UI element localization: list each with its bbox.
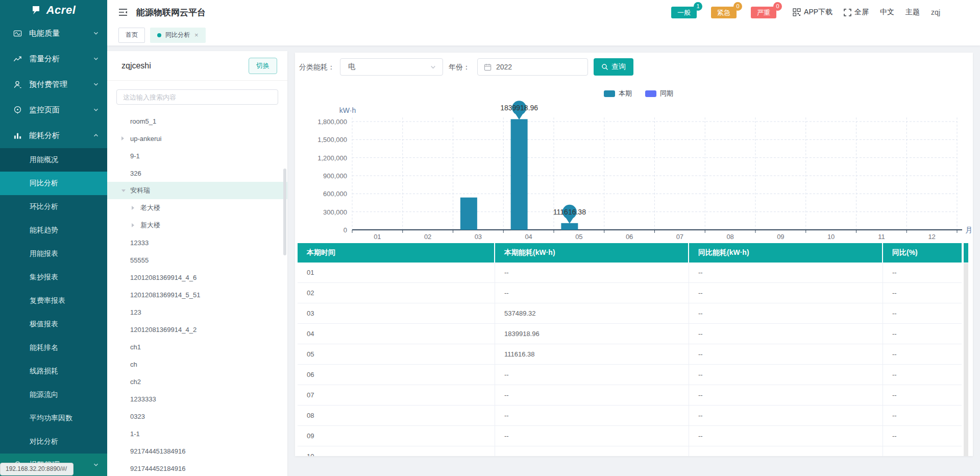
table-cell: 08 (298, 406, 495, 425)
sidebar-item-monitor-pages[interactable]: 监控页面 (0, 97, 107, 123)
table-row: 06------ (298, 365, 962, 385)
sidebar-item-meter-reading-report[interactable]: 集抄报表 (0, 266, 107, 289)
sidebar-item-mom-analysis[interactable]: 环比分析 (0, 195, 107, 219)
chart-legend: 本期同期 (604, 89, 673, 98)
year-picker[interactable]: 2022 (477, 58, 588, 76)
chevron-down-icon (93, 462, 99, 468)
table-scrollbar-cap (964, 243, 968, 263)
tree-item[interactable]: 921744451384916 (107, 442, 287, 460)
column-header: 同比能耗(kW·h) (689, 243, 883, 263)
sidebar-item-extreme-report[interactable]: 极值报表 (0, 313, 107, 336)
table-body: 01------02------03537489.32----041839918… (298, 263, 962, 456)
legend-item[interactable]: 同期 (645, 89, 673, 98)
search-input[interactable] (116, 89, 278, 105)
tab-yoy-analysis[interactable]: 同比分析× (150, 28, 206, 43)
energy-type-value: 电 (348, 62, 355, 72)
sidebar-item-avg-power-factor[interactable]: 平均功率因数 (0, 407, 107, 430)
table-scrollbar[interactable] (964, 263, 968, 456)
sidebar-item-energy-flow[interactable]: 能源流向 (0, 383, 107, 407)
tree-item[interactable]: ch2 (107, 373, 287, 390)
tree-item[interactable]: 安科瑞 (107, 182, 287, 199)
caret-right-icon[interactable] (121, 136, 130, 140)
page-title: 能源物联网云平台 (136, 7, 206, 18)
tree-item[interactable]: ch1 (107, 338, 287, 355)
tree-item[interactable]: room5_1 (107, 112, 287, 130)
tree-item[interactable]: 12333 (107, 234, 287, 251)
sidebar-item-energy-trend[interactable]: 能耗趋势 (0, 219, 107, 242)
category-label: 分类能耗： (299, 63, 335, 72)
tree-scrollbar[interactable] (283, 169, 286, 255)
badge-count: 0 (733, 2, 742, 11)
fullscreen-button[interactable]: 全屏 (844, 8, 869, 17)
table-cell: -- (883, 426, 962, 446)
tree-item[interactable]: 326 (107, 164, 287, 182)
tree-item[interactable]: ch (107, 355, 287, 373)
sidebar-item-energy-overview[interactable]: 用能概况 (0, 148, 107, 172)
caret-right-icon[interactable] (132, 206, 140, 210)
sidebar-menu: 电能质量需量分析预付费管理监控页面能耗分析用能概况同比分析环比分析能耗趋势用能报… (0, 20, 107, 476)
tree-item[interactable]: 老大楼 (107, 199, 287, 217)
app-root: Acrel 电能质量需量分析预付费管理监控页面能耗分析用能概况同比分析环比分析能… (0, 0, 980, 476)
close-icon[interactable]: × (194, 31, 199, 39)
device-panel-header: zqjceshi 切换 (107, 51, 287, 81)
badge-count: 1 (694, 2, 702, 11)
alarm-badge-2[interactable]: 严重0 (751, 7, 776, 18)
tree-item[interactable]: 1233333 (107, 390, 287, 408)
tree-item[interactable]: 12012081369914_4_6 (107, 269, 287, 286)
device-panel: zqjceshi 切换 room5_1up-ankerui9-1326安科瑞老大… (107, 51, 287, 476)
sidebar-item-energy-analysis[interactable]: 能耗分析 (0, 123, 107, 148)
caret-right-icon[interactable] (132, 223, 140, 227)
sidebar-item-energy-ranking[interactable]: 能耗排名 (0, 336, 107, 360)
alarm-badge-0[interactable]: 一般1 (671, 7, 697, 18)
table-cell: -- (883, 324, 962, 344)
table-cell: -- (689, 385, 883, 405)
alarm-badge-1[interactable]: 紧急0 (711, 7, 737, 18)
caret-down-icon[interactable] (121, 189, 130, 192)
legend-item[interactable]: 本期 (604, 89, 632, 98)
sidebar-item-yoy-analysis[interactable]: 同比分析 (0, 172, 107, 195)
query-button[interactable]: 查询 (594, 58, 633, 76)
sidebar-item-energy-report[interactable]: 用能报表 (0, 242, 107, 266)
tree-item[interactable]: 55555 (107, 251, 287, 269)
sidebar-item-prepaid-management[interactable]: 预付费管理 (0, 72, 107, 97)
theme-switch[interactable]: 主题 (905, 8, 920, 17)
table-cell: -- (495, 426, 689, 446)
tree-item[interactable]: up-ankerui (107, 130, 287, 147)
tree-item[interactable]: 123 (107, 303, 287, 321)
sidebar-item-comparison-analysis[interactable]: 对比分析 (0, 430, 107, 454)
table-cell: -- (883, 365, 962, 385)
tree-item[interactable]: 9-1 (107, 147, 287, 164)
table-cell: -- (689, 406, 883, 425)
sidebar-item-power-quality[interactable]: 电能质量 (0, 20, 107, 46)
device-tree: room5_1up-ankerui9-1326安科瑞老大楼新大楼12333555… (107, 112, 287, 476)
column-header: 本期能耗(kW·h) (495, 243, 689, 263)
svg-text:111616.38: 111616.38 (553, 208, 586, 216)
svg-text:1839918.96: 1839918.96 (500, 104, 538, 112)
sidebar-item-line-loss[interactable]: 线路损耗 (0, 360, 107, 383)
tree-item[interactable]: 12012081369914_4_2 (107, 321, 287, 338)
tree-item[interactable]: 921744452184916 (107, 460, 287, 476)
energy-type-select[interactable]: 电 (340, 58, 443, 76)
svg-text:月: 月 (965, 226, 972, 234)
menu-fold-icon[interactable] (118, 8, 128, 16)
tree-item[interactable]: 新大楼 (107, 217, 287, 234)
language-switch[interactable]: 中文 (880, 8, 894, 17)
tree-item[interactable]: 0323 (107, 408, 287, 425)
table-row: 10------ (298, 446, 962, 456)
table-cell: -- (883, 263, 962, 282)
table-cell: 537489.32 (495, 303, 689, 323)
table-cell: -- (495, 283, 689, 303)
tab-home[interactable]: 首页 (118, 28, 145, 43)
sidebar-item-demand-analysis[interactable]: 需量分析 (0, 46, 107, 72)
user-menu[interactable]: zqj (931, 8, 940, 16)
table-row: 01------ (298, 263, 962, 283)
table-cell: -- (689, 263, 883, 282)
tree-item[interactable]: 12012081369914_5_51 (107, 286, 287, 303)
project-title: zqjceshi (121, 61, 151, 70)
sidebar-item-tariff-rate-report[interactable]: 复费率报表 (0, 289, 107, 313)
app-download-button[interactable]: APP下载 (793, 8, 832, 17)
tree-item[interactable]: 1-1 (107, 425, 287, 442)
switch-button[interactable]: 切换 (249, 58, 277, 74)
chevron-down-icon (430, 64, 436, 70)
table-row: 05111616.38---- (298, 344, 962, 365)
